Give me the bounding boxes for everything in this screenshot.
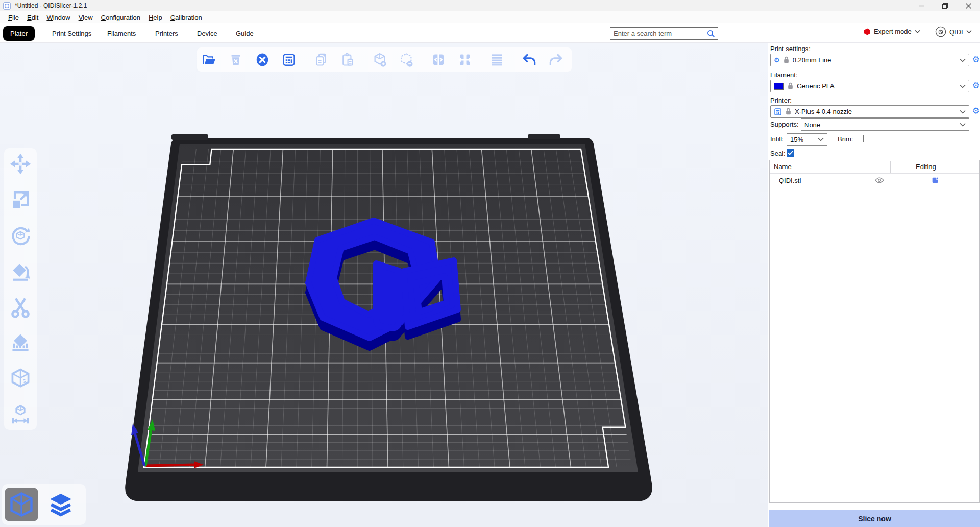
sidebar: Print settings: ⚙ 0.20mm Fine ⚙ Filament… — [768, 43, 980, 527]
chevron-down-icon — [818, 137, 824, 141]
scene — [0, 43, 768, 527]
print-settings-label: Print settings: — [770, 45, 811, 53]
rotate-icon — [9, 224, 32, 247]
chevron-down-icon — [966, 30, 972, 34]
viewport-3d[interactable] — [0, 43, 768, 527]
paint-supports-button[interactable] — [9, 331, 32, 354]
menu-help[interactable]: Help — [144, 12, 166, 23]
filament-color-swatch — [774, 83, 784, 90]
remove-instance-button[interactable] — [397, 50, 416, 69]
tab-guide[interactable]: Guide — [229, 26, 261, 41]
mode-label: Expert mode — [874, 28, 912, 35]
object-row[interactable]: QIDI.stl — [770, 174, 979, 187]
window-controls — [910, 0, 980, 11]
layers-preview-icon — [46, 490, 75, 519]
menu-file[interactable]: File — [4, 12, 23, 23]
printer-label: Printer: — [770, 97, 792, 104]
search-icon[interactable] — [707, 30, 715, 38]
open-folder-icon — [202, 52, 217, 67]
print-settings-gear-button[interactable]: ⚙ — [971, 55, 980, 64]
menu-window[interactable]: Window — [42, 12, 74, 23]
infill-select[interactable]: 15% — [787, 133, 827, 146]
supports-select[interactable]: None — [801, 118, 969, 131]
lock-icon — [785, 108, 792, 115]
paste-icon — [340, 53, 355, 67]
variable-layer-height-button[interactable] — [487, 50, 507, 69]
delete-all-icon — [255, 52, 270, 67]
infill-label: Infill: — [770, 135, 784, 143]
remove-instance-icon — [399, 52, 414, 67]
open-button[interactable] — [200, 50, 219, 69]
add-instance-button[interactable] — [370, 50, 389, 69]
tab-device[interactable]: Device — [190, 26, 225, 41]
mode-selector[interactable]: Expert mode — [864, 28, 920, 35]
filament-label: Filament: — [770, 71, 797, 79]
close-icon — [966, 3, 971, 9]
search-input[interactable] — [610, 30, 707, 37]
menu-configuration[interactable]: Configuration — [97, 12, 144, 23]
scale-icon — [9, 188, 32, 211]
tab-print-settings[interactable]: Print Settings — [45, 26, 99, 41]
rotate-button[interactable] — [9, 224, 32, 247]
bed-clip — [528, 134, 560, 139]
chevron-down-icon — [960, 123, 966, 127]
split-objects-button[interactable] — [429, 50, 448, 69]
place-on-face-button[interactable] — [9, 259, 32, 283]
menu-bar: File Edit Window View Configuration Help… — [0, 11, 980, 23]
menu-view[interactable]: View — [75, 12, 97, 23]
copy-button[interactable] — [311, 50, 331, 69]
infill-value: 15% — [790, 136, 818, 143]
object-editing-button[interactable] — [931, 176, 939, 184]
filament-combo[interactable]: Generic PLA — [770, 80, 969, 92]
column-header-editing: Editing — [916, 163, 936, 171]
split-parts-button[interactable] — [455, 50, 475, 69]
seam-button[interactable] — [9, 367, 32, 390]
redo-button[interactable] — [546, 50, 566, 69]
tab-filaments[interactable]: Filaments — [100, 26, 143, 41]
cube-3d-icon — [8, 491, 35, 518]
filament-gear-button[interactable]: ⚙ — [971, 81, 980, 90]
seam-icon — [9, 367, 32, 390]
scale-button[interactable] — [9, 188, 32, 211]
view-sliced-preview-button[interactable] — [45, 488, 77, 521]
move-button[interactable] — [9, 152, 32, 176]
move-icon — [9, 153, 32, 175]
delete-all-button[interactable] — [253, 50, 272, 69]
printer-gear-button[interactable]: ⚙ — [971, 107, 980, 116]
close-button[interactable] — [957, 0, 980, 11]
printer-combo[interactable]: X-Plus 4 0.4 nozzle — [770, 105, 969, 118]
delete-icon — [229, 53, 243, 67]
minimize-button[interactable] — [910, 0, 933, 11]
chevron-down-icon — [915, 30, 920, 34]
delete-button[interactable] — [226, 50, 246, 69]
undo-button[interactable] — [520, 50, 539, 69]
layers-icon — [489, 52, 505, 67]
add-instance-icon — [372, 52, 387, 67]
qidi-account-icon — [935, 26, 946, 37]
printer-value: X-Plus 4 0.4 nozzle — [795, 108, 957, 115]
measure-button[interactable] — [9, 402, 32, 426]
filament-value: Generic PLA — [797, 82, 957, 90]
menu-edit[interactable]: Edit — [23, 12, 42, 23]
brim-checkbox[interactable] — [856, 135, 864, 142]
account-label: QIDI — [949, 28, 963, 36]
cut-button[interactable] — [9, 295, 32, 319]
supports-label: Supports: — [770, 121, 799, 128]
seal-checkbox[interactable] — [787, 149, 794, 157]
print-settings-combo[interactable]: ⚙ 0.20mm Fine — [770, 54, 969, 66]
menu-calibration[interactable]: Calibration — [166, 12, 206, 23]
account-menu[interactable]: QIDI — [935, 26, 972, 37]
visibility-eye-button[interactable] — [875, 177, 884, 184]
tab-printers[interactable]: Printers — [148, 26, 185, 41]
arrange-button[interactable] — [279, 50, 299, 69]
restore-button[interactable] — [933, 0, 957, 11]
search-box — [610, 27, 718, 40]
slice-now-button[interactable]: Slice now — [769, 510, 980, 527]
window-title: *Untitled - QIDISlicer-1.2.1 — [15, 2, 87, 9]
expert-mode-icon — [864, 28, 871, 35]
view-3d-editor-button[interactable] — [5, 488, 38, 521]
object-list: Name Editing QIDI.stl — [769, 160, 980, 503]
tab-plater[interactable]: Plater — [3, 26, 35, 41]
paste-button[interactable] — [338, 50, 357, 69]
copy-icon — [314, 53, 328, 67]
